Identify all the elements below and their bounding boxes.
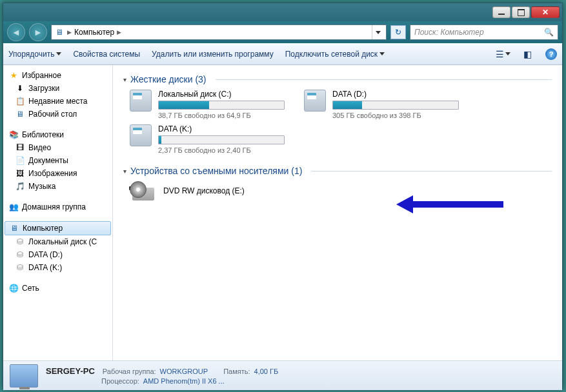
drive-label: DATA (K:) <box>158 124 285 133</box>
memory-value: 4,00 ГБ <box>254 368 279 375</box>
minimize-button[interactable] <box>492 6 510 18</box>
nav-pane: ★Избранное ⬇Загрузки 📋Недавние места 🖥Ра… <box>3 65 113 360</box>
dvd-drive-icon: DVD <box>130 181 157 203</box>
search-input[interactable]: Поиск: Компьютер 🔍 <box>410 24 558 40</box>
computer-icon: 🖥 <box>9 223 19 233</box>
sidebar-homegroup[interactable]: 👥Домашняя группа <box>3 201 112 213</box>
uninstall-program-button[interactable]: Удалить или изменить программу <box>152 50 274 59</box>
refresh-button[interactable]: ↻ <box>390 25 406 39</box>
sidebar-downloads[interactable]: ⬇Загрузки <box>3 82 112 95</box>
drive-freespace: 2,37 ГБ свободно из 2,40 ГБ <box>158 146 285 154</box>
star-icon: ★ <box>8 70 19 81</box>
sidebar-documents[interactable]: 📄Документы <box>3 154 112 167</box>
drive-icon: ⛁ <box>15 262 25 273</box>
drive-c[interactable]: Локальный диск (C:) 38,7 ГБ свободно из … <box>130 90 285 119</box>
sidebar-pictures[interactable]: 🖼Изображения <box>3 167 112 180</box>
computer-name: SERGEY-PC <box>46 366 95 376</box>
network-icon: 🌐 <box>8 283 19 293</box>
capacity-bar <box>332 101 459 110</box>
drive-label: Локальный диск (C:) <box>158 90 285 99</box>
pictures-icon: 🖼 <box>15 168 25 179</box>
capacity-bar <box>158 101 285 110</box>
drive-icon: ⛁ <box>15 250 25 260</box>
chevron-right-icon: ▶ <box>117 29 121 35</box>
drive-freespace: 305 ГБ свободно из 398 ГБ <box>332 112 459 119</box>
document-icon: 📄 <box>15 155 25 166</box>
content-pane: ▾ Жесткие диски (3) Локальный диск (C:) … <box>113 65 562 360</box>
collapse-icon: ▾ <box>123 168 126 175</box>
address-dropdown[interactable] <box>372 25 383 39</box>
forward-button[interactable]: ► <box>29 23 47 41</box>
close-button[interactable]: ✕ <box>531 6 560 18</box>
sidebar-favorites[interactable]: ★Избранное <box>3 69 112 82</box>
organize-menu[interactable]: Упорядочить <box>8 50 61 59</box>
music-icon: 🎵 <box>15 181 25 191</box>
annotation-arrow <box>397 195 503 213</box>
explorer-window: ✕ ◄ ► 🖥 ▶ Компьютер ▶ ↻ Поиск: Компьютер… <box>3 3 563 389</box>
help-icon[interactable]: ? <box>545 48 557 60</box>
sidebar-libraries[interactable]: 📚Библиотеки <box>3 128 112 141</box>
sidebar-drive-k[interactable]: ⛁DATA (K:) <box>3 261 112 274</box>
drive-icon: ⛁ <box>15 237 25 247</box>
chevron-right-icon: ▶ <box>67 29 72 35</box>
section-hard-drives[interactable]: ▾ Жесткие диски (3) <box>123 74 552 84</box>
maximize-button[interactable] <box>512 6 530 18</box>
command-bar: Упорядочить Свойства системы Удалить или… <box>3 43 562 65</box>
drive-label: DATA (D:) <box>332 90 459 99</box>
drive-icon <box>304 90 326 112</box>
cpu-value: AMD Phenom(tm) II X6 ... <box>143 377 225 385</box>
capacity-bar <box>158 135 285 144</box>
drive-freespace: 38,7 ГБ свободно из 64,9 ГБ <box>158 112 285 119</box>
video-icon: 🎞 <box>15 142 25 153</box>
drive-label: DVD RW дисковод (E:) <box>163 186 245 195</box>
body: ★Избранное ⬇Загрузки 📋Недавние места 🖥Ра… <box>3 65 562 360</box>
libraries-icon: 📚 <box>8 130 19 140</box>
system-properties-button[interactable]: Свойства системы <box>73 50 140 59</box>
computer-icon: 🖥 <box>54 27 65 37</box>
drive-dvd[interactable]: DVD DVD RW дисковод (E:) <box>130 181 285 203</box>
breadcrumb-computer[interactable]: Компьютер <box>74 28 114 37</box>
sidebar-network[interactable]: 🌐Сеть <box>3 282 112 295</box>
homegroup-icon: 👥 <box>8 202 19 212</box>
cpu-label: Процессор: <box>101 377 139 385</box>
workgroup-value: WORKGROUP <box>160 368 208 375</box>
workgroup-label: Рабочая группа: <box>103 368 156 375</box>
nav-row: ◄ ► 🖥 ▶ Компьютер ▶ ↻ Поиск: Компьютер 🔍 <box>3 21 562 43</box>
details-pane: SERGEY-PC Рабочая группа: WORKGROUP Памя… <box>3 360 562 390</box>
collapse-icon: ▾ <box>123 76 126 83</box>
view-options-button[interactable]: ☰ <box>496 48 509 61</box>
address-bar[interactable]: 🖥 ▶ Компьютер ▶ <box>51 24 387 40</box>
map-network-drive-button[interactable]: Подключить сетевой диск <box>285 50 385 59</box>
search-placeholder: Поиск: Компьютер <box>414 28 484 37</box>
drive-k[interactable]: DATA (K:) 2,37 ГБ свободно из 2,40 ГБ <box>130 124 285 154</box>
sidebar-video[interactable]: 🎞Видео <box>3 141 112 154</box>
sidebar-drive-c[interactable]: ⛁Локальный диск (C <box>3 235 112 248</box>
sidebar-recent[interactable]: 📋Недавние места <box>3 95 112 108</box>
sidebar-desktop[interactable]: 🖥Рабочий стол <box>3 108 112 121</box>
drive-icon <box>130 90 152 112</box>
memory-label: Память: <box>223 368 250 375</box>
sidebar-drive-d[interactable]: ⛁DATA (D:) <box>3 248 112 261</box>
drive-icon <box>130 124 152 146</box>
computer-large-icon <box>10 364 38 387</box>
titlebar: ✕ <box>3 3 562 21</box>
preview-pane-button[interactable]: ◧ <box>521 48 534 61</box>
search-icon: 🔍 <box>544 28 554 37</box>
drive-d[interactable]: DATA (D:) 305 ГБ свободно из 398 ГБ <box>304 90 459 119</box>
back-button[interactable]: ◄ <box>7 23 25 41</box>
sidebar-music[interactable]: 🎵Музыка <box>3 180 112 193</box>
desktop-icon: 🖥 <box>15 109 25 119</box>
section-removable[interactable]: ▾ Устройства со съемными носителями (1) <box>123 166 552 176</box>
download-icon: ⬇ <box>15 83 25 93</box>
sidebar-computer[interactable]: 🖥Компьютер <box>5 221 111 235</box>
recent-icon: 📋 <box>15 96 25 106</box>
